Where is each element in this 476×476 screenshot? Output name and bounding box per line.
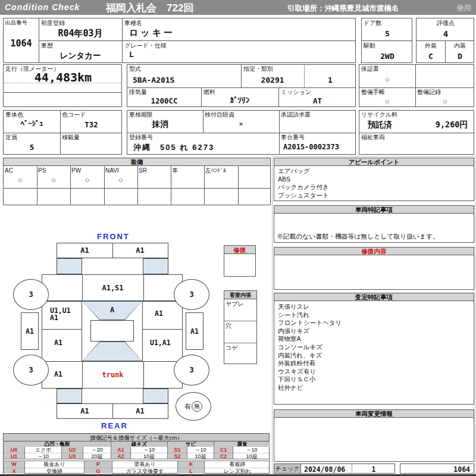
wheel-front-right-mark: 3 <box>189 290 193 299</box>
legend-code: G <box>84 468 112 474</box>
rear-window-shape-fill <box>83 342 142 361</box>
pickup-location: 引取場所：沖縄県豊見城市渡橋名 <box>287 4 399 14</box>
assessment-item: コンソールキズ <box>278 343 342 352</box>
divider <box>4 188 270 189</box>
class-label: 指定・類別 <box>243 65 273 72</box>
insurance-label: 検付自賠責 <box>205 111 234 118</box>
divider <box>104 166 105 205</box>
lot-number-label: 出品番号 <box>5 19 27 26</box>
assessment-item: シート汚れ <box>278 311 342 320</box>
quarter-left-mark: A1 <box>54 370 62 378</box>
legend-code: S1 <box>168 447 187 453</box>
class-value-2: 1 <box>304 76 356 84</box>
identity-box: 出品番号 1064 初度登録 R04年03月 車種名 ロッキー 車歴 レンタカー… <box>3 18 356 63</box>
brand-logo: Condition Check <box>5 2 80 12</box>
front-bumper-left-mark: A1 <box>57 243 112 258</box>
legend-value: ～10 <box>131 447 168 453</box>
equipment-title: 装備 <box>4 158 270 166</box>
legend-code: K <box>178 461 205 468</box>
roof <box>90 320 134 342</box>
divider <box>171 166 171 205</box>
legend-value: ガラス交換要す <box>112 468 178 474</box>
maintenance-book-value: ○ <box>359 97 415 106</box>
mission-label: ミッション <box>281 89 311 95</box>
check-lot-number: 1064 <box>453 465 470 474</box>
legend-group-rust: サビ <box>168 441 214 447</box>
wheel-rear-right: 3 <box>174 355 209 386</box>
equipment-ps-value: ○ <box>37 176 70 184</box>
legend-group-corrosion: 腐食 <box>214 441 270 447</box>
sill-right-mark: A1 <box>190 327 199 336</box>
rear-door-left-mark: A1 <box>54 339 62 347</box>
divider <box>127 133 355 133</box>
divider <box>4 133 121 133</box>
class-value-1: 20291 <box>241 76 304 84</box>
divider <box>143 275 144 300</box>
equipment-pw-label: PW <box>71 167 81 174</box>
assessment-item: 社外ナビ <box>278 384 342 392</box>
assessment-item: 下回りＳＣ小 <box>278 375 342 384</box>
legend-code: S2 <box>168 453 187 459</box>
load-label: 積載量 <box>62 134 80 140</box>
sill-right: A1 <box>186 312 203 350</box>
legend-value: ～10 <box>25 453 62 459</box>
capacity-label: 定員 <box>5 134 17 140</box>
type-label: 型式 <box>129 65 141 72</box>
doors-drive-box: ドア数 5 駆動 2WD <box>361 18 412 63</box>
hood-mark: A1,S1 <box>82 275 143 300</box>
spare-tire-no-circled: 無 <box>192 401 202 412</box>
divider <box>359 133 474 133</box>
equipment-ac-label: AC <box>5 167 13 174</box>
divider <box>224 321 256 321</box>
rear-door-left: A1 <box>42 329 82 362</box>
lot-number-value: 1064 <box>4 38 39 49</box>
interior-value: D <box>445 52 475 61</box>
documents-box: 保証書 ○ 整備手帳 ○ 整備記録 ○ <box>359 64 474 107</box>
assessment-item: フロントシートヘタリ <box>278 319 342 327</box>
registration-number-value: 沖縄 505 れ 6273 <box>133 142 214 153</box>
equipment-sr-label: SR <box>139 167 147 174</box>
capacity-value: 5 <box>4 143 60 152</box>
vehicle-notes-title: 車両特記事項 <box>274 206 474 214</box>
repair-flag-title: 修復 <box>224 246 255 254</box>
doors-value: 5 <box>362 29 413 38</box>
recycle-status: 預託済 <box>368 120 392 130</box>
trunk-label: trunk <box>82 362 143 388</box>
maintenance-record-value: ○ <box>415 97 475 106</box>
chassis-number-value: A201S-0002373 <box>283 143 339 151</box>
rear-door-right-mark: U1,A1 <box>150 339 171 347</box>
cabin-lining-row-hole: 穴 <box>226 322 231 329</box>
divider <box>224 343 256 343</box>
damage-legend-table: 損傷記号＆損傷サイズ（～最大cm） 凸凹・亀裂 線キズ サビ 腐食 U0 エクボ… <box>3 433 270 474</box>
sill-left: A1 <box>21 312 39 350</box>
front-door-left: U1,U1 A1 <box>42 301 82 330</box>
divider <box>60 111 61 154</box>
divider <box>37 166 37 205</box>
wheel-rear-left: 3 <box>13 355 49 386</box>
score-value: 4 <box>416 29 475 39</box>
legend-value: ～10 <box>187 447 214 453</box>
vehicle-notes-box: 車両特記事項 ※記載のない書類・機器等は無しとして取り扱います。 <box>274 205 474 243</box>
doors-label: ドア数 <box>364 20 381 26</box>
legend-code: X <box>4 468 25 474</box>
spare-tire-yes: 有 <box>184 402 191 411</box>
front-bumper-right-mark: A1 <box>112 243 168 258</box>
rear-bumper-right-mark: A1 <box>112 404 168 418</box>
wheel-front-left-mark: 3 <box>29 290 33 299</box>
maintenance-book-label: 整備手帳 <box>361 89 385 95</box>
spare-tire-indicator: 有 無 <box>176 392 211 421</box>
legend-group-dent: 凸凹・亀裂 <box>4 441 111 447</box>
equipment-table: 装備 AC ○ PS ○ PW ○ NAVI ○ SR 革 左ﾊﾝﾄﾞﾙ <box>3 158 271 205</box>
appeal-points-title: アピールポイント <box>274 158 474 166</box>
equipment-leather-label: 革 <box>172 167 178 174</box>
inspection-value: 抹消 <box>127 119 193 130</box>
assessment-item: 内装汚れ、キズ <box>278 352 342 360</box>
front-door-left-mark-2: A1 <box>50 314 58 321</box>
recycle-label: リサイクル料 <box>361 111 397 118</box>
registration-number-label: 登録番号 <box>129 134 153 140</box>
warranty-label: 保証書 <box>361 65 379 72</box>
divider <box>279 111 280 154</box>
fuel-label: 燃料 <box>203 89 215 95</box>
legend-value: 20超 <box>83 453 111 459</box>
score-label: 評価点 <box>416 20 475 26</box>
